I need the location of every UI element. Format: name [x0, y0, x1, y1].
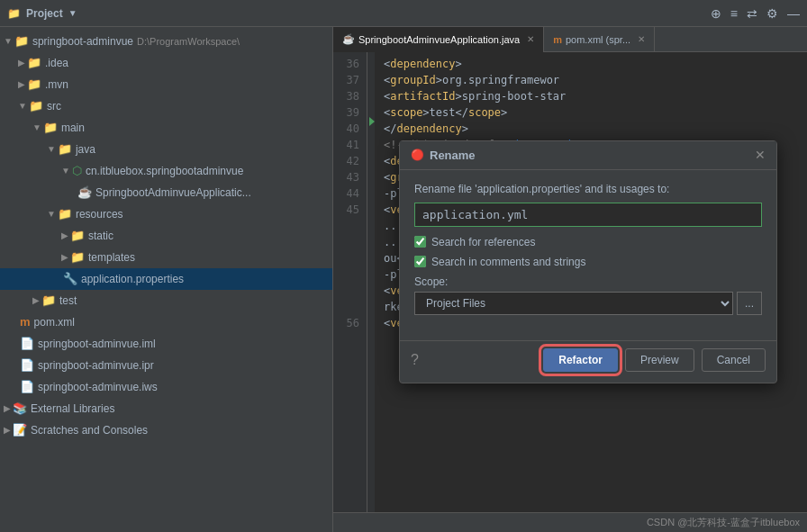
scope-more-button[interactable]: ...: [737, 292, 762, 315]
search-comments-checkbox[interactable]: [414, 256, 426, 267]
tree-item-src[interactable]: ▼ 📁 src: [0, 95, 332, 117]
project-dropdown[interactable]: ▼: [68, 8, 77, 18]
tree-item-package[interactable]: ▼ ⬡ cn.itbluebox.springbootadminvue: [0, 160, 332, 182]
tree-label: resources: [76, 205, 123, 223]
folder-icon: 📁: [27, 76, 41, 94]
scope-label: Scope:: [414, 275, 762, 288]
dialog-footer: ? Refactor Preview Cancel: [400, 340, 776, 383]
tree-item-main[interactable]: ▼ 📁 main: [0, 117, 332, 139]
xml-icon: m: [20, 313, 31, 331]
folder-icon: 📁: [41, 292, 56, 310]
tree-item-root[interactable]: ▼ 📁 springboot-adminvue D:\ProgramWorksp…: [0, 31, 332, 52]
dialog-description: Rename file 'application.properties' and…: [414, 183, 762, 195]
scope-row: Project Files ...: [414, 292, 762, 315]
tree-label: pom.xml: [34, 313, 75, 331]
tree-item-iml[interactable]: 📄 springboot-adminvue.iml: [0, 333, 332, 355]
scratches-label: Scratches and Consoles: [31, 421, 148, 439]
tree-label: .idea: [45, 54, 68, 72]
iws-icon: 📄: [20, 378, 34, 396]
java-icon: ☕: [77, 184, 92, 202]
tree-label: templates: [88, 248, 135, 266]
search-comments-label: Search in comments and strings: [431, 256, 585, 268]
tree-item-app-properties[interactable]: 🔧 application.properties: [0, 268, 332, 290]
project-folder-icon: 📁: [7, 7, 21, 20]
toolbar-left: 📁 Project ▼: [7, 7, 77, 20]
dialog-title-icon: 🔴: [411, 149, 424, 161]
folder-icon: 📁: [43, 119, 58, 137]
list-icon[interactable]: ≡: [730, 6, 738, 21]
rename-dialog: 🔴 Rename ✕ Rename file 'application.prop…: [399, 140, 777, 383]
dialog-body: Rename file 'application.properties' and…: [400, 170, 776, 340]
main-area: ▼ 📁 springboot-adminvue D:\ProgramWorksp…: [0, 27, 807, 532]
tree-label: springboot-adminvue.iml: [38, 335, 156, 353]
dialog-title-bar: 🔴 Rename ✕: [400, 141, 776, 170]
tree-label: application.properties: [81, 270, 184, 288]
add-icon[interactable]: ⊕: [711, 6, 721, 21]
tree-label: cn.itbluebox.springbootadminvue: [86, 162, 243, 180]
dialog-title-text: Rename: [430, 149, 476, 162]
dialog-overlay: 🔴 Rename ✕ Rename file 'application.prop…: [333, 27, 807, 532]
tree-item-templates[interactable]: ▶ 📁 templates: [0, 247, 332, 268]
help-icon[interactable]: ?: [411, 352, 419, 368]
tree-label: test: [59, 292, 77, 310]
toolbar-icons: ⊕ ≡ ⇄ ⚙ —: [711, 6, 800, 21]
dialog-actions: Refactor Preview Cancel: [543, 348, 766, 372]
tree-label: src: [47, 97, 61, 115]
preview-button[interactable]: Preview: [625, 348, 694, 372]
tree-label: springboot-adminvue: [32, 32, 133, 50]
iml-icon: 📄: [20, 335, 34, 353]
tree-label: SpringbootAdminvueApplicatic...: [95, 184, 251, 202]
search-refs-label: Search for references: [431, 236, 535, 248]
properties-icon: 🔧: [63, 270, 77, 288]
folder-icon: 📁: [14, 32, 29, 50]
tree-item-external-libs[interactable]: ▶ 📚 External Libraries: [0, 398, 332, 419]
tree-item-scratches[interactable]: ▶ 📝 Scratches and Consoles: [0, 419, 332, 441]
top-toolbar: 📁 Project ▼ ⊕ ≡ ⇄ ⚙ —: [0, 0, 807, 27]
package-icon: ⬡: [72, 162, 82, 180]
folder-icon: 📁: [70, 227, 85, 245]
tree-item-ipr[interactable]: 📄 springboot-adminvue.ipr: [0, 355, 332, 376]
editor-area: ☕ SpringbootAdminvueApplication.java ✕ m…: [333, 27, 807, 532]
search-refs-row: Search for references: [414, 236, 762, 248]
tree-label: External Libraries: [31, 400, 114, 418]
tree-item-static[interactable]: ▶ 📁 static: [0, 225, 332, 247]
tree-item-main-class[interactable]: ☕ SpringbootAdminvueApplicatic...: [0, 182, 332, 203]
toolbar-title: Project: [26, 7, 63, 20]
library-icon: 📚: [13, 400, 27, 418]
tree-item-test[interactable]: ▶ 📁 test: [0, 290, 332, 311]
tree-item-pom[interactable]: m pom.xml: [0, 311, 332, 333]
dialog-title: 🔴 Rename: [411, 149, 476, 162]
tree-item-resources[interactable]: ▼ 📁 resources: [0, 203, 332, 225]
project-tree: ▼ 📁 springboot-adminvue D:\ProgramWorksp…: [0, 27, 332, 532]
cancel-button[interactable]: Cancel: [702, 348, 766, 372]
folder-icon: 📁: [27, 54, 41, 72]
tree-label: static: [88, 227, 113, 245]
minimize-icon[interactable]: —: [787, 6, 800, 21]
search-refs-checkbox[interactable]: [414, 236, 426, 248]
tree-label: java: [76, 140, 95, 158]
sidebar: ▼ 📁 springboot-adminvue D:\ProgramWorksp…: [0, 27, 333, 532]
tree-item-idea[interactable]: ▶ 📁 .idea: [0, 52, 332, 74]
tree-label: springboot-adminvue.iws: [38, 378, 158, 396]
folder-icon: 📁: [58, 140, 72, 158]
rename-input[interactable]: [414, 203, 762, 227]
scratches-icon: 📝: [13, 421, 27, 439]
scope-select[interactable]: Project Files: [414, 292, 733, 315]
folder-icon: 📁: [29, 97, 43, 115]
tree-item-iws[interactable]: 📄 springboot-adminvue.iws: [0, 376, 332, 398]
tree-label: springboot-adminvue.ipr: [38, 356, 154, 374]
refactor-button[interactable]: Refactor: [543, 348, 618, 372]
tree-label: .mvn: [45, 76, 68, 94]
search-comments-row: Search in comments and strings: [414, 256, 762, 268]
tree-item-java[interactable]: ▼ 📁 java: [0, 139, 332, 160]
tree-label: main: [61, 119, 85, 137]
folder-icon: 📁: [70, 248, 85, 266]
tree-item-mvn[interactable]: ▶ 📁 .mvn: [0, 74, 332, 95]
swap-icon[interactable]: ⇄: [747, 6, 757, 21]
resources-folder-icon: 📁: [58, 205, 72, 223]
ipr-icon: 📄: [20, 356, 34, 374]
settings-icon[interactable]: ⚙: [766, 6, 778, 21]
dialog-close-button[interactable]: ✕: [755, 149, 766, 161]
tree-path: D:\ProgramWorkspace\: [137, 32, 240, 50]
